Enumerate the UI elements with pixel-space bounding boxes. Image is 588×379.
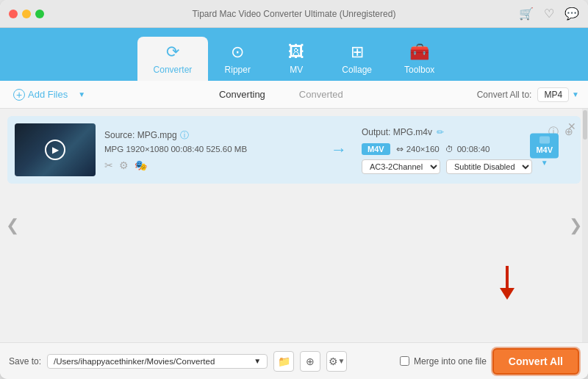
add-files-label: Add Files	[28, 89, 68, 100]
folder-icon-button[interactable]: 📁	[273, 351, 294, 372]
nav-item-ripper[interactable]: ⊙ Ripper	[208, 37, 267, 81]
file-actions: ✂ ⚙ 🎭	[104, 159, 316, 171]
file-meta: MPG 1920×1080 00:08:40 525.60 MB	[104, 145, 316, 154]
minimize-button[interactable]	[22, 10, 31, 18]
subtitle-dropdown[interactable]: Subtitle Disabled	[446, 159, 532, 174]
format-selector: MP4 ▼	[537, 87, 579, 102]
preview-icon-button[interactable]: ⊕	[300, 351, 320, 372]
save-to-label: Save to:	[9, 356, 41, 367]
save-path-text: /Users/ihappyacethinker/Movies/Converted	[54, 357, 215, 366]
format-badge-dropdown-icon[interactable]: ▼	[541, 159, 548, 167]
source-info: Source: MPG.mpg ⓘ	[104, 129, 316, 142]
scrollbar[interactable]	[582, 109, 588, 342]
toolbar-tabs: Converting Converted	[91, 86, 471, 103]
bottom-bar: Save to: /Users/ihappyacethinker/Movies/…	[0, 342, 588, 379]
user-icon[interactable]: ♡	[544, 7, 554, 21]
close-button[interactable]	[9, 10, 18, 18]
merge-label: Merge into one file	[414, 356, 487, 367]
nav-item-converter[interactable]: ⟳ Converter	[137, 37, 209, 81]
cart-icon[interactable]: 🛒	[519, 7, 534, 21]
file-item: ▶ Source: MPG.mpg ⓘ MPG 1920×1080 00:08:…	[7, 116, 581, 184]
scroll-right-button[interactable]: ❯	[569, 216, 582, 235]
source-label: Source: MPG.mpg	[104, 130, 177, 140]
converter-icon: ⟳	[166, 43, 179, 62]
format-badge-large[interactable]: M4V	[530, 134, 559, 159]
play-button[interactable]: ▶	[45, 140, 65, 160]
nav-item-toolbox[interactable]: 🧰 Toolbox	[388, 37, 451, 81]
scrollbar-thumb	[583, 110, 587, 140]
merge-checkbox-area: Merge into one file	[400, 356, 487, 367]
settings-icon[interactable]: ⚙	[119, 159, 129, 171]
folder-icon: 📁	[278, 355, 290, 367]
nav-label-ripper: Ripper	[225, 65, 251, 75]
effect-icon[interactable]: 🎭	[135, 159, 147, 171]
add-files-dropdown-icon[interactable]: ▼	[78, 90, 85, 98]
resolution-value: 240×160	[406, 145, 440, 154]
arrow-annotation	[500, 266, 514, 300]
format-badge-text: M4V	[536, 145, 553, 154]
save-path-dropdown[interactable]: /Users/ihappyacethinker/Movies/Converted…	[47, 354, 268, 369]
source-info-icon[interactable]: ⓘ	[180, 129, 189, 142]
format-preview: M4V ▼	[530, 134, 559, 167]
collage-icon: ⊞	[351, 43, 364, 62]
nav-label-converter: Converter	[154, 65, 193, 75]
add-files-button[interactable]: + Add Files	[9, 86, 72, 104]
output-resolution: ⇔ 240×160	[396, 144, 440, 154]
close-file-button[interactable]: ✕	[567, 120, 576, 132]
tab-converted[interactable]: Converted	[293, 86, 349, 103]
nav-label-mv: MV	[290, 65, 303, 75]
convert-all-to-label: Convert All to:	[477, 90, 532, 100]
nav-item-mv[interactable]: 🖼 MV	[267, 37, 326, 81]
nav-item-collage[interactable]: ⊞ Collage	[326, 37, 388, 81]
file-info: Source: MPG.mpg ⓘ MPG 1920×1080 00:08:40…	[104, 129, 316, 171]
duration-value: 00:08:40	[457, 145, 490, 154]
nav-label-toolbox: Toolbox	[404, 65, 434, 75]
plus-icon: +	[13, 89, 25, 101]
arrow-stem	[506, 266, 509, 288]
settings-bottom-button[interactable]: ⚙ ▼	[326, 351, 347, 372]
output-duration: ⏱ 00:08:40	[445, 145, 490, 154]
title-bar: Tipard Mac Video Converter Ultimate (Unr…	[0, 0, 588, 28]
nav-label-collage: Collage	[342, 65, 372, 75]
format-dropdown-arrow[interactable]: ▼	[572, 90, 579, 98]
main-content: ▶ Source: MPG.mpg ⓘ MPG 1920×1080 00:08:…	[0, 109, 588, 342]
merge-checkbox[interactable]	[400, 356, 409, 366]
maximize-button[interactable]	[35, 10, 44, 18]
nav-bar: ⟳ Converter ⊙ Ripper 🖼 MV ⊞ Collage 🧰 To…	[0, 28, 588, 81]
audio-channel-dropdown[interactable]: AC3-2Channel	[362, 159, 440, 174]
message-icon[interactable]: 💬	[564, 7, 579, 21]
save-path-arrow: ▼	[254, 357, 261, 365]
toolbar: + Add Files ▼ Converting Converted Conve…	[0, 81, 588, 109]
window-title: Tipard Mac Video Converter Ultimate (Unr…	[193, 9, 396, 19]
cut-icon[interactable]: ✂	[104, 159, 113, 171]
traffic-lights	[9, 10, 44, 18]
resize-icon: ⇔	[396, 144, 404, 154]
preview-icon: ⊕	[306, 355, 315, 367]
output-edit-icon[interactable]: ✏	[437, 127, 444, 137]
mv-icon: 🖼	[288, 43, 304, 62]
output-format-badge: M4V	[362, 143, 390, 155]
format-dropdown[interactable]: MP4	[537, 87, 569, 102]
output-label: Output: MPG.m4v	[362, 127, 432, 137]
convert-arrow: →	[331, 140, 347, 159]
settings-bottom-arrow: ▼	[338, 357, 345, 365]
settings-bottom-icon: ⚙	[329, 355, 338, 367]
file-meta-text: MPG 1920×1080 00:08:40 525.60 MB	[104, 145, 247, 154]
video-thumbnail: ▶	[15, 123, 96, 176]
toolbox-icon: 🧰	[409, 43, 429, 62]
title-bar-icons: 🛒 ♡ 💬	[519, 7, 579, 21]
arrow-down	[500, 288, 514, 300]
app-window: Tipard Mac Video Converter Ultimate (Unr…	[0, 0, 588, 379]
ripper-icon: ⊙	[231, 43, 244, 62]
tab-converting[interactable]: Converting	[213, 86, 271, 103]
clock-icon: ⏱	[445, 145, 454, 154]
scroll-left-button[interactable]: ❮	[6, 216, 19, 235]
convert-all-button[interactable]: Convert All	[492, 348, 579, 375]
